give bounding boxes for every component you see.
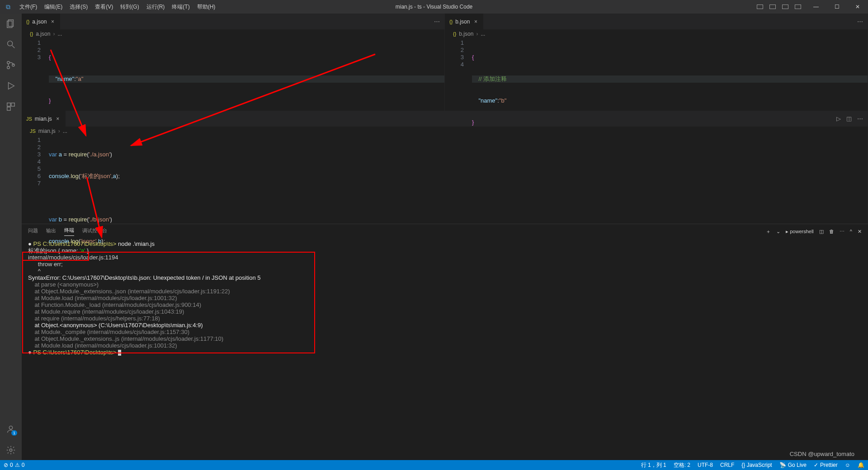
editor-group-ajson: {} a.json × ⋯ {} a.json › ... 123 { "nam… [22, 14, 445, 111]
breadcrumb-file: b.json [459, 31, 473, 37]
svg-rect-10 [7, 107, 10, 110]
account-badge: 1 [11, 430, 17, 436]
code-editor-bjson[interactable]: 1234 { // 添加注释 "name":"b" } [445, 38, 868, 141]
activity-bar: 1 [0, 14, 22, 460]
layout-customize-icon[interactable] [795, 5, 801, 9]
menu-run[interactable]: 运行(R) [143, 0, 169, 14]
tab-bjson[interactable]: {} b.json × [445, 14, 484, 29]
search-icon[interactable] [5, 39, 16, 50]
main-area: {} a.json × ⋯ {} a.json › ... 123 { "nam… [22, 14, 868, 460]
bottom-panel: 问题 输出 终端 调试控制台 ＋ ⌄ ▸ powershell ◫ 🗑 ⋯ ^ … [22, 224, 868, 460]
svg-point-2 [8, 41, 13, 46]
json-file-icon: {} [26, 19, 29, 24]
breadcrumb-more: ... [57, 31, 62, 37]
svg-rect-8 [7, 103, 10, 106]
watermark: CSDN @upward_tomato [790, 451, 854, 457]
more-icon[interactable]: ⋯ [857, 18, 863, 25]
source-control-icon[interactable] [5, 60, 16, 70]
title-bar: ⧉ 文件(F) 编辑(E) 选择(S) 查看(V) 转到(G) 运行(R) 终端… [0, 0, 868, 14]
menu-go[interactable]: 转到(G) [117, 0, 142, 14]
status-eol[interactable]: CRLF [717, 460, 738, 470]
status-spaces[interactable]: 空格: 2 [670, 460, 694, 470]
settings-gear-icon[interactable] [5, 445, 16, 456]
status-prettier[interactable]: ✓ Prettier [810, 460, 841, 470]
status-bar: ⊘ 0 ⚠ 0 行 1，列 1 空格: 2 UTF-8 CRLF {} Java… [0, 460, 868, 470]
breadcrumb[interactable]: {} a.json › ... [22, 29, 444, 38]
json-file-icon: {} [30, 31, 33, 37]
menu-file[interactable]: 文件(F) [16, 0, 41, 14]
status-ln-col[interactable]: 行 1，列 1 [637, 460, 670, 470]
layout-panel-right-icon[interactable] [782, 5, 788, 9]
svg-marker-7 [9, 83, 14, 89]
json-file-icon: {} [453, 31, 456, 37]
run-debug-icon[interactable] [5, 80, 16, 91]
menu-edit[interactable]: 编辑(E) [41, 0, 66, 14]
status-bell-icon[interactable]: 🔔 [854, 460, 868, 470]
svg-point-5 [7, 66, 10, 69]
menu-help[interactable]: 帮助(H) [193, 0, 219, 14]
js-file-icon: JS [30, 128, 36, 134]
layout-panel-left-icon[interactable] [757, 5, 763, 9]
tab-ajson[interactable]: {} a.json × [22, 14, 61, 29]
menu-terminal[interactable]: 终端(T) [168, 0, 193, 14]
svg-line-3 [12, 46, 15, 48]
breadcrumb[interactable]: {} b.json › ... [445, 29, 868, 38]
minimize-button[interactable]: — [806, 0, 826, 14]
layout-panel-bottom-icon[interactable] [769, 5, 776, 9]
status-encoding[interactable]: UTF-8 [694, 460, 717, 470]
terminal-cursor [118, 350, 121, 356]
svg-point-12 [9, 449, 12, 451]
explorer-icon[interactable] [5, 18, 16, 29]
status-golive[interactable]: 📡 Go Live [776, 460, 810, 470]
maximize-button[interactable]: ☐ [826, 0, 847, 14]
svg-rect-9 [11, 103, 14, 106]
tab-label: a.json [32, 19, 47, 25]
close-icon[interactable]: × [472, 19, 479, 25]
json-file-icon: {} [449, 19, 453, 24]
svg-point-4 [7, 61, 10, 64]
breadcrumb-file: mian.js [38, 128, 56, 134]
menu-view[interactable]: 查看(V) [91, 0, 117, 14]
close-button[interactable]: ✕ [847, 0, 868, 14]
menu-select[interactable]: 选择(S) [66, 0, 91, 14]
status-feedback-icon[interactable]: ☺ [841, 460, 854, 470]
accounts-icon[interactable]: 1 [5, 424, 16, 435]
status-errors[interactable]: ⊘ 0 ⚠ 0 [0, 460, 28, 470]
tab-label: b.json [455, 19, 470, 25]
menu-bar: 文件(F) 编辑(E) 选择(S) 查看(V) 转到(G) 运行(R) 终端(T… [16, 0, 219, 14]
breadcrumb-more: ... [481, 31, 485, 37]
window-title: mian.js - ts - Visual Studio Code [396, 4, 473, 10]
vscode-logo-icon: ⧉ [0, 3, 16, 11]
close-icon[interactable]: × [49, 19, 56, 25]
svg-point-11 [9, 426, 12, 429]
terminal-body[interactable]: ● PS C:\Users\17607\Desktop\ts> node .\m… [22, 239, 868, 460]
breadcrumb-more: ... [63, 128, 67, 134]
status-language[interactable]: {} JavaScript [738, 460, 775, 470]
more-icon[interactable]: ⋯ [434, 18, 440, 25]
breadcrumb-file: a.json [36, 31, 50, 37]
editor-group-bjson: {} b.json × ⋯ {} b.json › ... 1234 { // … [445, 14, 868, 111]
extensions-icon[interactable] [5, 101, 16, 112]
code-editor-ajson[interactable]: 123 { "name":"a" } [22, 38, 444, 120]
